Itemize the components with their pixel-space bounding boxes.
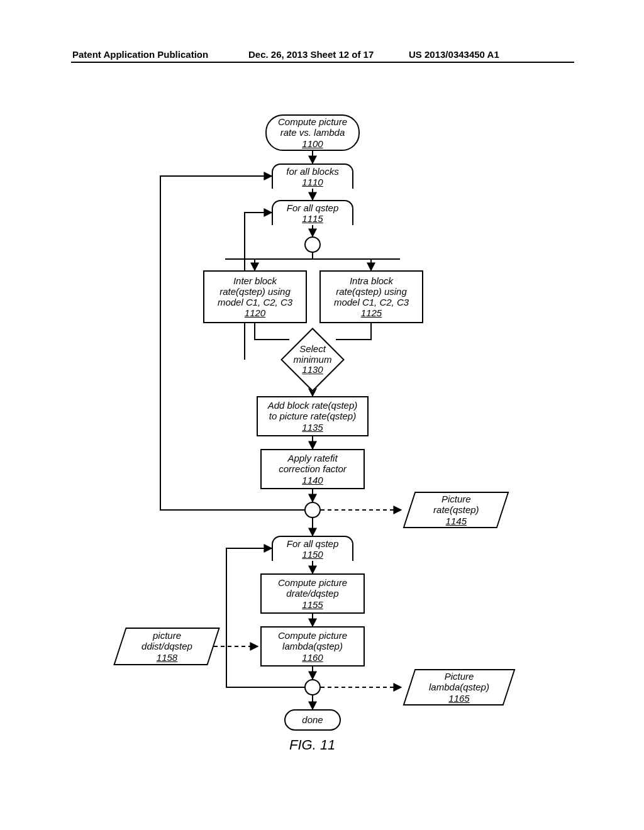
node-1155-ref: 1155 <box>302 599 323 610</box>
node-1125-ref: 1125 <box>361 307 382 318</box>
node-1150-ref: 1150 <box>302 549 323 560</box>
node-1160: Compute picture lambda(qstep) 1160 <box>260 626 365 667</box>
page: Patent Application Publication Dec. 26, … <box>0 0 644 830</box>
node-1115-ref: 1115 <box>302 213 323 224</box>
node-1100-start: Compute picture rate vs. lambda 1100 <box>265 114 360 151</box>
node-1155-text: Compute picture drate/dqstep <box>278 577 347 599</box>
node-1140-text: Apply ratefit correction factor <box>279 453 347 475</box>
node-1135-ref: 1135 <box>302 422 323 433</box>
node-1158-text: picture ddist/dqstep <box>142 630 192 652</box>
node-1120-ref: 1120 <box>245 307 265 318</box>
node-1145-data: Picture rate(qstep) 1145 <box>403 492 509 528</box>
node-1120: Inter block rate(qstep) using model C1, … <box>203 270 307 323</box>
node-1110-ref: 1110 <box>302 177 323 187</box>
node-1155: Compute picture drate/dqstep 1155 <box>260 573 365 614</box>
node-1140-ref: 1140 <box>302 475 323 485</box>
node-1110-text: for all blocks <box>286 166 338 177</box>
header-rule <box>71 62 574 63</box>
node-1135: Add block rate(qstep) to picture rate(qs… <box>257 396 369 436</box>
node-1165-ref: 1165 <box>429 693 489 704</box>
node-1110-loop: for all blocks 1110 <box>272 163 353 189</box>
node-done-text: done <box>302 714 323 725</box>
node-1150-text: For all qstep <box>287 538 339 549</box>
node-1120-text: Inter block rate(qstep) using model C1, … <box>218 275 292 308</box>
connector-loopend-2 <box>304 679 321 695</box>
node-1125-text: Intra block rate(qstep) using model C1, … <box>334 275 409 308</box>
node-1100-ref: 1100 <box>302 138 323 149</box>
node-1158-data: picture ddist/dqstep 1158 <box>113 628 219 665</box>
node-1165-data: Picture lambda(qstep) 1165 <box>403 669 516 706</box>
node-1130-ref: 1130 <box>275 365 350 375</box>
node-1150-loop: For all qstep 1150 <box>272 536 353 561</box>
node-1140: Apply ratefit correction factor 1140 <box>260 449 365 489</box>
node-1125: Intra block rate(qstep) using model C1, … <box>319 270 423 323</box>
node-1165-text: Picture lambda(qstep) <box>429 671 489 693</box>
figure-caption: FIG. 11 <box>289 737 335 753</box>
node-1135-text: Add block rate(qstep) to picture rate(qs… <box>268 400 358 422</box>
node-1145-ref: 1145 <box>433 516 479 526</box>
node-1145-text: Picture rate(qstep) <box>433 494 479 516</box>
pub-number: US 2013/0343450 A1 <box>409 49 644 60</box>
node-1130-text: Select minimum <box>275 344 350 365</box>
node-done: done <box>284 709 341 731</box>
node-1115-loop: For all qstep 1115 <box>272 200 353 225</box>
connector-branch <box>304 236 321 253</box>
node-1160-text: Compute picture lambda(qstep) <box>278 630 347 652</box>
connector-loopend-1 <box>304 502 321 518</box>
node-1158-ref: 1158 <box>142 652 192 663</box>
node-1100-text: Compute picture rate vs. lambda <box>278 116 347 138</box>
node-1115-text: For all qstep <box>287 202 339 213</box>
node-1160-ref: 1160 <box>302 652 323 663</box>
